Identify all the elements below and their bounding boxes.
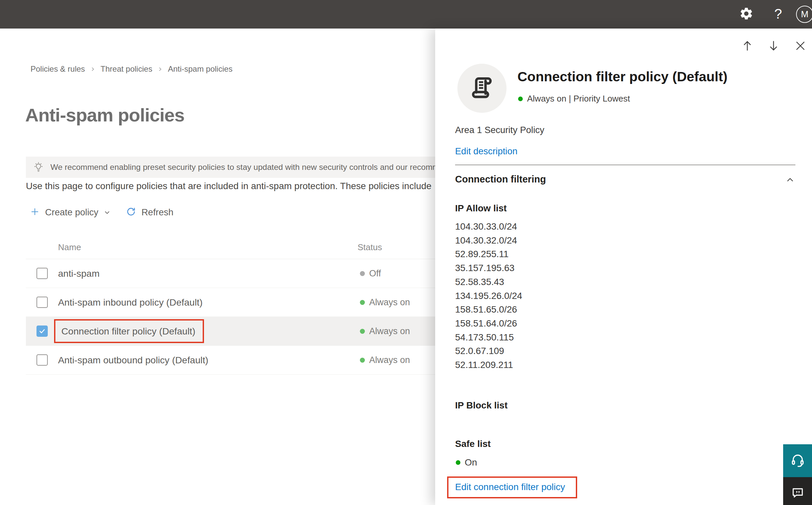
ip-entry: 54.173.50.115 [455,330,522,344]
question-mark-icon: ? [774,6,782,22]
refresh-label: Refresh [142,207,174,218]
section-divider [455,165,795,165]
safe-list-title: Safe list [455,439,490,449]
policy-name[interactable]: Anti-spam inbound policy (Default) [58,288,203,317]
collapse-section-button[interactable] [784,175,796,186]
row-checkbox[interactable] [36,297,48,308]
close-panel-button[interactable] [792,38,808,54]
refresh-icon [126,206,136,218]
plus-icon [30,207,40,218]
refresh-button[interactable]: Refresh [126,206,174,218]
panel-status-label: Always on | Priority Lowest [527,94,630,104]
status-cell: Always on [360,346,410,374]
help-button[interactable]: ? [770,5,786,23]
chat-feedback-icon [790,486,805,502]
account-avatar[interactable]: M [796,6,812,23]
chevron-down-icon [103,208,111,216]
panel-title: Connection filter policy (Default) [518,69,793,85]
status-label: Always on [369,326,410,336]
arrow-up-icon [741,39,754,54]
settings-button[interactable] [738,6,754,22]
policy-name[interactable]: anti-spam [58,259,99,288]
ip-entry: 52.0.67.109 [455,344,522,358]
headset-icon [790,452,806,470]
column-header-status[interactable]: Status [358,242,382,252]
next-item-button[interactable] [766,38,782,54]
list-toolbar: Create policy Refresh [30,204,174,220]
status-label: Always on [369,355,410,365]
policies-table: Name Status anti-spam Off Anti-spam inbo… [26,236,487,375]
edit-description-link[interactable]: Edit description [455,146,518,157]
breadcrumb-threat-policies[interactable]: Threat policies [100,64,152,74]
ip-entry: 134.195.26.0/24 [455,289,522,303]
status-dot [518,97,523,101]
arrow-down-icon [767,39,780,54]
table-row[interactable]: Anti-spam outbound policy (Default) Alwa… [26,346,487,375]
ip-allow-list: 104.30.33.0/24 104.30.32.0/24 52.89.255.… [455,220,522,372]
support-button[interactable] [783,444,812,477]
chevron-up-icon [785,175,795,186]
status-cell: Always on [360,288,410,317]
table-header: Name Status [26,236,487,259]
chevron-right-icon [157,66,163,72]
previous-item-button[interactable] [739,38,755,54]
create-policy-button[interactable]: Create policy [30,207,111,218]
safe-list-status-label: On [465,457,477,468]
scroll-policy-icon [467,72,497,104]
section-title-connection-filtering: Connection filtering [455,174,546,185]
feedback-button[interactable] [783,477,812,505]
gear-icon [739,6,754,22]
ip-entry: 104.30.32.0/24 [455,233,522,247]
page-description: Use this page to configure policies that… [26,181,431,191]
app-window: ? M Policies & rules Threat policies Ant… [0,0,812,505]
ip-entry: 52.89.255.11 [455,247,522,261]
policy-icon-circle [457,64,506,113]
column-header-name[interactable]: Name [58,242,81,252]
safe-list-status: On [456,457,477,468]
status-dot [360,300,365,305]
table-row[interactable]: Anti-spam inbound policy (Default) Alway… [26,288,487,317]
status-label: Always on [369,297,410,308]
table-row[interactable]: anti-spam Off [26,259,487,288]
status-cell: Off [360,259,381,288]
lightbulb-icon [32,161,44,173]
top-app-bar: ? M [0,0,812,28]
avatar-initial: M [801,9,809,20]
row-checkbox[interactable] [36,354,48,366]
policy-name[interactable]: Connection filter policy (Default) [61,317,195,345]
breadcrumb-anti-spam-policies[interactable]: Anti-spam policies [168,64,232,74]
close-icon [794,39,807,53]
policy-name[interactable]: Anti-spam outbound policy (Default) [58,346,208,374]
status-cell: Always on [360,317,410,345]
status-dot [360,271,365,276]
chevron-right-icon [90,66,95,72]
ip-allow-list-title: IP Allow list [455,203,507,214]
banner-text: We recommend enabling preset security po… [50,163,444,172]
ip-entry: 104.30.33.0/24 [455,220,522,233]
details-flyout-panel: Connection filter policy (Default) Alway… [435,28,812,505]
ip-entry: 158.51.65.0/26 [455,303,522,317]
page-title: Anti-spam policies [25,104,184,126]
row-checkbox[interactable] [36,268,48,279]
panel-status: Always on | Priority Lowest [518,94,630,104]
status-label: Off [369,269,381,279]
row-checkbox-checked[interactable] [36,326,48,337]
create-policy-label: Create policy [45,207,98,218]
ip-entry: 52.58.35.43 [455,275,522,289]
status-dot [456,460,460,465]
breadcrumb-policies-rules[interactable]: Policies & rules [30,64,85,74]
ip-entry: 158.51.64.0/26 [455,317,522,330]
status-dot [360,358,365,363]
ip-entry: 35.157.195.63 [455,261,522,275]
status-dot [360,329,365,334]
ip-block-list-title: IP Block list [455,400,508,411]
policy-description: Area 1 Security Policy [455,125,544,135]
edit-connection-filter-policy-link[interactable]: Edit connection filter policy [455,482,565,492]
ip-entry: 52.11.209.211 [455,358,522,372]
table-row-selected[interactable]: Connection filter policy (Default) Alway… [26,317,487,346]
breadcrumb: Policies & rules Threat policies Anti-sp… [30,64,232,74]
